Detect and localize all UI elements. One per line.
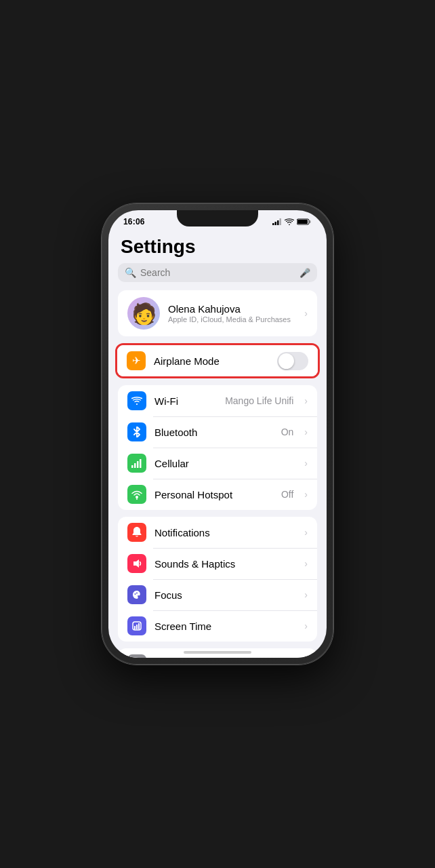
wifi-value: Mango Life Unifi bbox=[225, 395, 293, 406]
svg-rect-17 bbox=[134, 626, 136, 629]
search-icon: 🔍 bbox=[125, 267, 136, 278]
wifi-chevron: › bbox=[304, 395, 308, 406]
svg-point-15 bbox=[136, 593, 138, 594]
airplane-mode-icon: ✈ bbox=[127, 351, 146, 370]
wifi-icon bbox=[127, 391, 146, 410]
status-time: 16:06 bbox=[123, 217, 145, 226]
settings-row-wifi[interactable]: Wi-Fi Mango Life Unifi › bbox=[118, 385, 317, 416]
mic-icon: 🎤 bbox=[299, 268, 310, 278]
svg-rect-0 bbox=[272, 223, 274, 225]
notifications-chevron: › bbox=[304, 527, 308, 538]
signal-icon bbox=[272, 218, 282, 225]
page-title: Settings bbox=[108, 231, 327, 263]
notifications-icon bbox=[127, 523, 146, 542]
sounds-chevron: › bbox=[304, 558, 308, 569]
airplane-mode-highlight: ✈ Airplane Mode bbox=[115, 343, 320, 378]
profile-chevron: › bbox=[304, 308, 308, 319]
home-indicator bbox=[184, 651, 251, 654]
svg-rect-9 bbox=[137, 461, 139, 468]
hotspot-label: Personal Hotspot bbox=[154, 489, 273, 500]
svg-rect-2 bbox=[277, 220, 279, 225]
profile-subtitle: Apple ID, iCloud, Media & Purchases bbox=[168, 315, 296, 323]
settings-row-screen-time[interactable]: Screen Time › bbox=[118, 610, 317, 642]
svg-point-14 bbox=[135, 593, 136, 595]
profile-name: Olena Kahujova bbox=[168, 303, 296, 315]
svg-rect-7 bbox=[131, 465, 133, 468]
settings-row-airplane-mode[interactable]: ✈ Airplane Mode bbox=[117, 345, 318, 376]
notch bbox=[177, 210, 258, 226]
bluetooth-icon bbox=[127, 422, 146, 441]
hotspot-icon bbox=[127, 485, 146, 504]
sounds-icon bbox=[127, 554, 146, 573]
screen-time-chevron: › bbox=[304, 620, 308, 631]
cellular-icon bbox=[127, 454, 146, 473]
settings-row-hotspot[interactable]: Personal Hotspot Off › bbox=[118, 479, 317, 510]
avatar: 🧑 bbox=[127, 297, 160, 330]
screen-time-label: Screen Time bbox=[154, 620, 296, 632]
settings-row-notifications[interactable]: Notifications › bbox=[118, 517, 317, 548]
cellular-chevron: › bbox=[304, 458, 308, 469]
settings-row-sounds[interactable]: Sounds & Haptics › bbox=[118, 548, 317, 579]
connectivity-card: Wi-Fi Mango Life Unifi › Bluetooth On › bbox=[118, 385, 317, 510]
svg-rect-19 bbox=[138, 623, 140, 629]
settings-scroll[interactable]: Settings 🔍 🎤 🧑 Olena Kahujova Apple ID, … bbox=[108, 231, 327, 658]
svg-rect-6 bbox=[297, 220, 308, 224]
general-icon bbox=[127, 654, 146, 658]
airplane-mode-toggle[interactable] bbox=[277, 352, 308, 370]
focus-chevron: › bbox=[304, 589, 308, 600]
settings-row-cellular[interactable]: Cellular › bbox=[118, 448, 317, 479]
focus-label: Focus bbox=[154, 589, 296, 601]
profile-text: Olena Kahujova Apple ID, iCloud, Media &… bbox=[168, 303, 296, 323]
status-icons bbox=[272, 218, 312, 225]
notifications-card: Notifications › Sounds & Haptics › bbox=[118, 517, 317, 642]
search-bar[interactable]: 🔍 🎤 bbox=[118, 263, 317, 282]
profile-card: 🧑 Olena Kahujova Apple ID, iCloud, Media… bbox=[118, 290, 317, 336]
focus-icon bbox=[127, 585, 146, 604]
phone-frame: 16:06 bbox=[102, 203, 333, 665]
wifi-status-icon bbox=[285, 218, 294, 225]
svg-rect-3 bbox=[280, 218, 282, 225]
notifications-label: Notifications bbox=[154, 527, 296, 538]
svg-marker-13 bbox=[133, 559, 139, 568]
cellular-label: Cellular bbox=[154, 458, 296, 469]
sounds-label: Sounds & Haptics bbox=[154, 558, 296, 570]
search-input[interactable] bbox=[140, 267, 295, 278]
phone-screen: 16:06 bbox=[108, 210, 327, 658]
hotspot-chevron: › bbox=[304, 489, 308, 500]
airplane-mode-toggle-thumb bbox=[278, 353, 294, 369]
bluetooth-label: Bluetooth bbox=[154, 427, 273, 438]
svg-rect-1 bbox=[275, 222, 277, 225]
settings-row-bluetooth[interactable]: Bluetooth On › bbox=[118, 416, 317, 448]
screen-time-icon bbox=[127, 616, 146, 635]
profile-row[interactable]: 🧑 Olena Kahujova Apple ID, iCloud, Media… bbox=[118, 290, 317, 336]
svg-rect-18 bbox=[136, 625, 138, 629]
bluetooth-chevron: › bbox=[304, 427, 308, 437]
svg-rect-10 bbox=[140, 459, 142, 468]
wifi-label: Wi-Fi bbox=[154, 395, 217, 407]
svg-rect-5 bbox=[310, 220, 311, 223]
hotspot-value: Off bbox=[281, 489, 293, 500]
svg-rect-8 bbox=[134, 463, 136, 468]
settings-row-focus[interactable]: Focus › bbox=[118, 579, 317, 610]
airplane-mode-label: Airplane Mode bbox=[154, 355, 269, 367]
bluetooth-value: On bbox=[281, 427, 294, 437]
battery-icon bbox=[297, 218, 312, 225]
